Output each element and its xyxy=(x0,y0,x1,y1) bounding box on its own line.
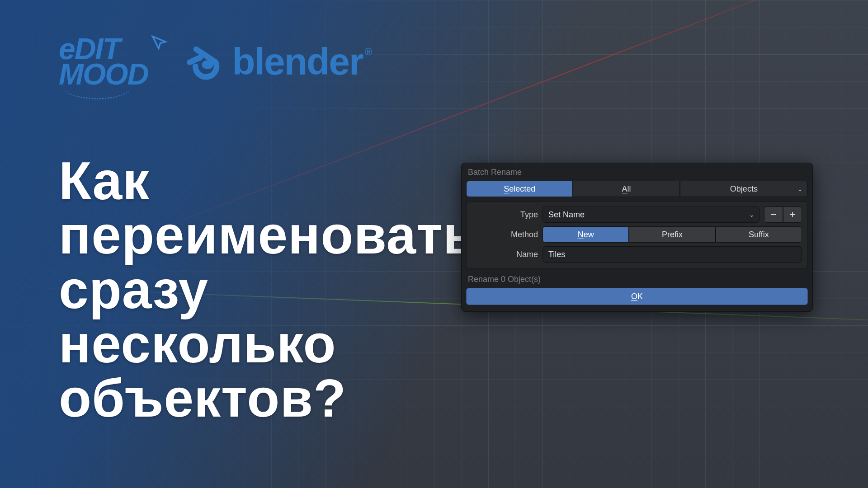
method-label: Method xyxy=(472,230,538,239)
chevron-down-icon: ⌄ xyxy=(749,211,755,218)
method-new-button[interactable]: New xyxy=(542,226,629,243)
ok-label-rest: K xyxy=(637,292,643,301)
scope-all-button[interactable]: All xyxy=(573,181,679,197)
method-new-label-rest: ew xyxy=(584,230,594,239)
edit-mood-logo: eDIT MOOD xyxy=(59,36,148,87)
type-value: Set Name xyxy=(548,210,585,220)
logo-row: eDIT MOOD blender® xyxy=(59,36,369,87)
headline-text: Как переименовать сразу несколько объект… xyxy=(59,154,493,426)
datatype-value: Objects xyxy=(730,184,758,194)
operation-steppers: − + xyxy=(764,206,802,223)
method-group: New Prefix Suffix xyxy=(542,226,802,243)
chevron-down-icon: ⌄ xyxy=(797,185,803,192)
cursor-icon xyxy=(150,33,168,53)
ok-button[interactable]: OK xyxy=(466,288,808,305)
viewport-scene: eDIT MOOD blender® Как переименовать сра… xyxy=(0,0,868,488)
minus-icon: − xyxy=(771,209,777,221)
svg-line-1 xyxy=(190,57,200,62)
operation-panel: Type Set Name ⌄ − + Method xyxy=(466,202,808,268)
name-label: Name xyxy=(472,250,538,259)
method-suffix-label: Suffix xyxy=(749,230,769,239)
status-text: Rename 0 Object(s) xyxy=(462,273,812,288)
plus-icon: + xyxy=(790,209,796,221)
remove-operation-button[interactable]: − xyxy=(764,206,783,223)
type-label: Type xyxy=(472,210,538,220)
blender-icon xyxy=(184,41,225,82)
scope-selected-label: elected xyxy=(509,184,535,193)
dialog-title: Batch Rename xyxy=(462,163,812,181)
scope-all-label: ll xyxy=(627,184,631,193)
scope-selected-button[interactable]: Selected xyxy=(466,181,573,197)
method-prefix-label: Prefix xyxy=(662,230,683,239)
blender-logo: blender® xyxy=(184,40,369,84)
batch-rename-dialog: Batch Rename Selected All Objects ⌄ Type… xyxy=(461,163,813,312)
name-input[interactable]: Tiles xyxy=(542,246,802,263)
method-suffix-button[interactable]: Suffix xyxy=(716,226,802,243)
scope-row: Selected All Objects ⌄ xyxy=(462,181,812,202)
blender-wordmark: blender® xyxy=(232,40,369,84)
method-prefix-button[interactable]: Prefix xyxy=(629,226,715,243)
datatype-select[interactable]: Objects ⌄ xyxy=(680,181,808,197)
svg-point-0 xyxy=(202,60,213,69)
type-select[interactable]: Set Name ⌄ xyxy=(542,206,760,223)
name-value: Tiles xyxy=(548,250,565,259)
add-operation-button[interactable]: + xyxy=(783,206,802,223)
